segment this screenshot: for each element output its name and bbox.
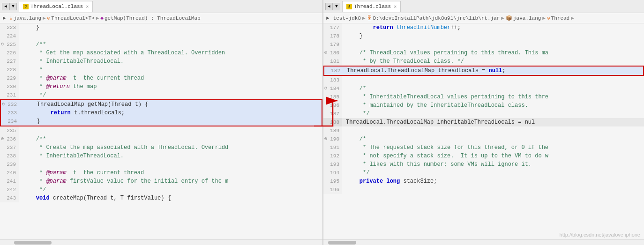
right-bc-sep0: ▶ bbox=[362, 15, 366, 21]
line-238: 238 * InheritableThreadLocal. bbox=[0, 152, 322, 160]
left-bc-circle1: ⊙ bbox=[47, 15, 51, 21]
right-breadcrumb-nav-btn[interactable]: ► bbox=[326, 15, 329, 21]
rline-182: 182 ThreadLocal.ThreadLocalMap threadLoc… bbox=[323, 66, 644, 76]
line-229: 229 * @param t the current thread bbox=[0, 74, 322, 82]
left-tab-icon: J bbox=[23, 4, 29, 9]
rlinenum-184: 184 bbox=[323, 84, 342, 93]
line-228: 228 * bbox=[0, 66, 322, 74]
left-pane: ◀ ▼ J ThreadLocal.class ✕ ► ☕ java.lang … bbox=[0, 0, 323, 245]
linenum-239: 239 bbox=[0, 160, 19, 169]
right-scrollbar[interactable] bbox=[323, 239, 644, 245]
left-tab-close[interactable]: ✕ bbox=[86, 4, 89, 9]
linecontent-233: return t.threadLocals; bbox=[20, 109, 125, 117]
line-234: 234 } bbox=[0, 117, 322, 126]
right-nav-tree[interactable]: ▼ bbox=[333, 3, 340, 10]
linenum-237: 237 bbox=[0, 143, 19, 152]
line-226: 226 * Get the map associated with a Thre… bbox=[0, 49, 322, 57]
line-223: 223 } bbox=[0, 23, 322, 32]
right-tab-thread[interactable]: J Thread.class ✕ bbox=[342, 1, 401, 12]
linecontent-238: * InheritableThreadLocal. bbox=[19, 152, 124, 160]
rline-192: 192 * not specify a stack size. It is up… bbox=[323, 152, 644, 160]
rline-196: 196 bbox=[323, 186, 644, 194]
left-bc-method-icon: ◆ bbox=[100, 15, 104, 21]
rlinenum-196: 196 bbox=[323, 186, 342, 194]
left-bc-java-icon: ☕ bbox=[10, 15, 13, 21]
right-bc-javalang: java.lang bbox=[513, 15, 541, 21]
linenum-231: 231 bbox=[0, 91, 19, 99]
linecontent-225: /** bbox=[19, 40, 46, 49]
linenum-243: 243 bbox=[0, 194, 19, 202]
linenum-228: 228 bbox=[0, 66, 19, 74]
linecontent-236: /** bbox=[19, 135, 46, 143]
line-243: 243 void createMap(Thread t, T firstValu… bbox=[0, 194, 322, 202]
left-nav-prev[interactable]: ◀ bbox=[2, 3, 9, 10]
right-tab-icon: J bbox=[346, 4, 352, 9]
left-scrollbar[interactable] bbox=[0, 239, 322, 245]
rlinenum-194: 194 bbox=[323, 169, 342, 177]
line-232: 232 ThreadLocalMap getMap(Thread t) { bbox=[0, 99, 322, 109]
rline-179: 179 bbox=[323, 40, 644, 49]
rline-185: 185 * InheritableThreadLocal values pert… bbox=[323, 93, 644, 101]
rlinecontent-178: } bbox=[342, 32, 363, 40]
rlinecontent-186: * maintained by the InheritableThreadLoc… bbox=[342, 101, 528, 110]
line-235: 235 bbox=[0, 126, 322, 135]
linecontent-229: * @param t the current thread bbox=[19, 74, 144, 82]
rline-186: 186 * maintained by the InheritableThrea… bbox=[323, 101, 644, 110]
linecontent-242: */ bbox=[19, 186, 46, 194]
line-236: 236 /** bbox=[0, 135, 322, 143]
rlinecontent-182: ThreadLocal.ThreadLocalMap threadLocals … bbox=[343, 67, 505, 75]
line-230: 230 * @return the map bbox=[0, 82, 322, 91]
rline-194: 194 */ bbox=[323, 169, 644, 177]
rlinenum-189: 189 bbox=[323, 126, 342, 135]
right-bc-pkg-icon: 📦 bbox=[506, 15, 512, 21]
right-bc-class-icon: ⊙ bbox=[547, 15, 550, 21]
rlinecontent-180: /* ThreadLocal values pertaining to this… bbox=[342, 49, 548, 57]
rlinenum-177: 177 bbox=[323, 23, 342, 32]
left-tab-threadlocal[interactable]: J ThreadLocal.class ✕ bbox=[19, 1, 93, 12]
rlinenum-179: 179 bbox=[323, 40, 342, 49]
left-breadcrumb: ► ☕ java.lang ▶ ⊙ ThreadLocal<T> ▶ ◆ get… bbox=[0, 13, 322, 23]
linenum-241: 241 bbox=[0, 177, 19, 186]
left-bc-javalang: java.lang bbox=[14, 15, 41, 21]
rlinecontent-188: ThreadLocal.ThreadLocalMap inheritableTh… bbox=[342, 118, 535, 126]
linenum-235: 235 bbox=[0, 126, 19, 135]
rlinecontent-187: */ bbox=[342, 110, 369, 118]
linecontent-239 bbox=[19, 160, 22, 169]
linenum-234: 234 bbox=[1, 117, 20, 126]
rlinenum-185: 185 bbox=[323, 93, 342, 101]
right-scrollbar-thumb[interactable] bbox=[328, 241, 356, 245]
right-tab-close[interactable]: ✕ bbox=[394, 4, 397, 9]
line-225: 225 /** bbox=[0, 40, 322, 49]
linenum-230: 230 bbox=[0, 82, 19, 91]
linecontent-232: ThreadLocalMap getMap(Thread t) { bbox=[20, 100, 148, 109]
rline-188: 188 ThreadLocal.ThreadLocalMap inheritab… bbox=[323, 118, 644, 126]
right-bc-jar-icon: 🗄 bbox=[367, 15, 372, 21]
rlinecontent-191: * The requested stack size for this thre… bbox=[342, 143, 548, 152]
linecontent-234: } bbox=[20, 117, 40, 126]
rline-177: 177 return threadInitNumber++; bbox=[323, 23, 644, 32]
left-bc-threadlocal: ThreadLocal<T> bbox=[51, 15, 94, 21]
line-224: 224 bbox=[0, 32, 322, 40]
rlinecontent-196 bbox=[342, 186, 346, 194]
rline-183: 183 bbox=[323, 76, 644, 84]
rlinecontent-183 bbox=[342, 76, 346, 84]
rlinenum-192: 192 bbox=[323, 152, 342, 160]
left-bc-sep1: ▶ bbox=[43, 15, 46, 21]
rlinecontent-192: * not specify a stack size. It is up to … bbox=[342, 152, 548, 160]
right-nav-prev[interactable]: ◀ bbox=[325, 3, 333, 10]
rlinenum-180: 180 bbox=[323, 49, 342, 57]
line-231: 231 */ bbox=[0, 91, 322, 99]
rline-181: 181 * by the ThreadLocal class. */ bbox=[323, 57, 644, 66]
linenum-242: 242 bbox=[0, 186, 19, 194]
left-scrollbar-thumb[interactable] bbox=[14, 241, 52, 245]
linecontent-231: */ bbox=[19, 91, 46, 99]
right-bc-testjdk8: test-jdk8 bbox=[333, 15, 361, 21]
left-bc-sep2: ▶ bbox=[96, 15, 99, 21]
left-tab-label: ThreadLocal.class bbox=[30, 4, 83, 9]
rlinenum-193: 193 bbox=[323, 160, 342, 169]
rlinenum-195: 195 bbox=[323, 177, 342, 186]
left-breadcrumb-nav-btn1[interactable]: ► bbox=[3, 15, 6, 21]
right-bc-thread: Thread bbox=[551, 15, 570, 21]
left-nav-tree[interactable]: ▼ bbox=[9, 3, 17, 10]
line-227: 227 * InheritableThreadLocal. bbox=[0, 57, 322, 66]
